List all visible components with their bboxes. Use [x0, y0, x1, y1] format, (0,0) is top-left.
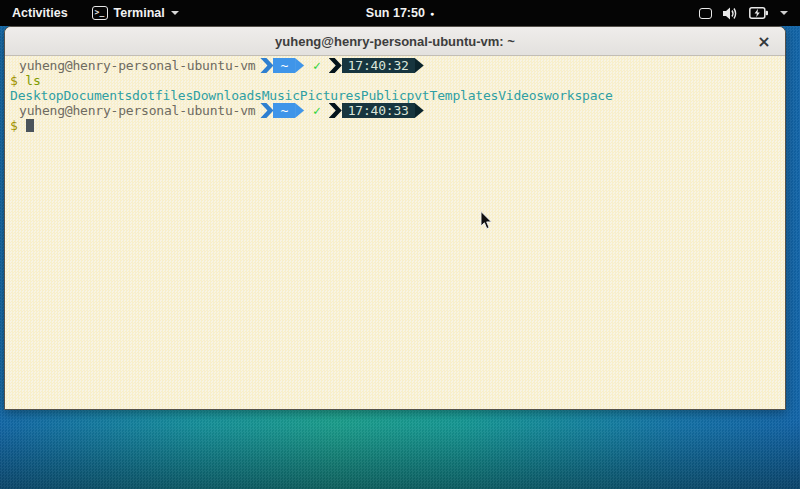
powerline-arrow-icon [295, 103, 304, 118]
terminal-icon: >_ [92, 6, 108, 20]
chevron-down-icon [780, 11, 788, 15]
clock-label: Sun 17:50 [366, 6, 425, 20]
system-menu-button[interactable] [689, 0, 800, 26]
directory-item: workspace [544, 88, 613, 103]
notification-dot-icon: ● [430, 10, 434, 17]
app-menu-button[interactable]: >_ Terminal [82, 0, 189, 26]
directory-item: Public [361, 88, 407, 103]
prompt-timestamp: 17:40:32 [342, 58, 415, 73]
terminal-content[interactable]: yuheng@henry-personal-ubuntu-vm ~ ✓ 17:4… [5, 56, 785, 410]
activities-button[interactable]: Activities [0, 0, 82, 26]
directory-item: Documents [63, 88, 132, 103]
window-title: yuheng@henry-personal-ubuntu-vm: ~ [275, 34, 515, 49]
command-text: ls [25, 73, 40, 88]
ls-output-line: Desktop Documents dotfiles Downloads Mus… [7, 88, 783, 103]
current-prompt-line: $ [7, 118, 783, 133]
directory-item: Pictures [300, 88, 361, 103]
window-titlebar[interactable]: yuheng@henry-personal-ubuntu-vm: ~ × [5, 27, 785, 56]
prompt-user-host: yuheng@henry-personal-ubuntu-vm [19, 58, 255, 73]
top-bar: Activities >_ Terminal Sun 17:50 ● [0, 0, 800, 26]
directory-item: Desktop [10, 88, 63, 103]
directory-item: Templates [430, 88, 499, 103]
powerline-arrow-icon [415, 58, 424, 73]
display-icon [699, 8, 712, 19]
prompt-user-host: yuheng@henry-personal-ubuntu-vm [19, 103, 255, 118]
text-cursor [26, 119, 34, 132]
powerline-chevron-icon [329, 103, 342, 118]
prompt-line: yuheng@henry-personal-ubuntu-vm ~ ✓ 17:4… [7, 58, 783, 73]
close-icon[interactable]: × [752, 27, 776, 55]
command-line: $ ls [7, 73, 783, 88]
prompt-cwd-badge: ~ [273, 103, 295, 118]
prompt-timestamp: 17:40:33 [342, 103, 415, 118]
check-icon: ✓ [313, 103, 321, 118]
prompt-line: yuheng@henry-personal-ubuntu-vm ~ ✓ 17:4… [7, 103, 783, 118]
prompt-cwd-badge: ~ [273, 58, 295, 73]
powerline-chevron-icon [260, 103, 273, 118]
chevron-down-icon [171, 11, 179, 15]
volume-icon [723, 7, 738, 20]
battery-charging-icon [749, 7, 769, 19]
check-icon: ✓ [313, 58, 321, 73]
directory-item: dotfiles [132, 88, 193, 103]
directory-item: Downloads [193, 88, 262, 103]
powerline-arrow-icon [415, 103, 424, 118]
terminal-window: yuheng@henry-personal-ubuntu-vm: ~ × yuh… [4, 26, 786, 410]
clock-button[interactable]: Sun 17:50 ● [358, 0, 442, 26]
powerline-arrow-icon [295, 58, 304, 73]
prompt-dollar: $ [7, 118, 18, 133]
powerline-chevron-icon [329, 58, 342, 73]
directory-item: Music [262, 88, 300, 103]
app-menu-label: Terminal [114, 6, 165, 20]
directory-item: pvt [407, 88, 430, 103]
powerline-chevron-icon [260, 58, 273, 73]
directory-item: Videos [498, 88, 544, 103]
prompt-dollar: $ [7, 73, 18, 88]
